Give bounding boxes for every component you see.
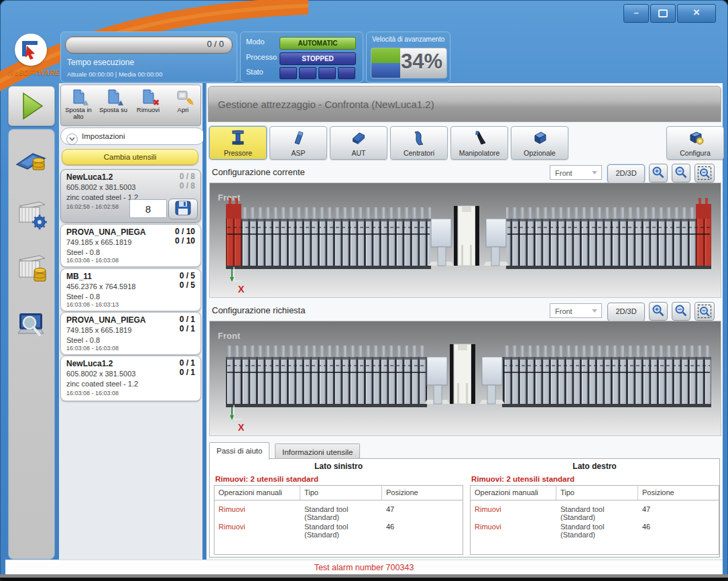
table-row: Rimuovi Standard tool (Standard) 47 — [215, 500, 463, 518]
job-card[interactable]: MB_11 0 / 5 0 / 5 456.2376 x 764.5918 St… — [60, 268, 201, 311]
required-zoom-fit-button[interactable] — [694, 302, 715, 321]
diagnostics-search-icon[interactable] — [13, 305, 50, 343]
close-button[interactable]: ✕ — [677, 4, 716, 23]
required-2d3d-toggle[interactable]: 2D/3D — [607, 303, 645, 321]
required-config-label: Configurazione richiesta — [212, 305, 305, 315]
modo-value-indicator: AUTOMATIC — [280, 37, 356, 50]
table-row: Rimuovi Standard tool (Standard) 46 — [215, 518, 463, 535]
stato-segment — [280, 67, 297, 79]
impostazioni-expander[interactable]: Impostazioni — [60, 127, 205, 145]
stato-label: Stato — [246, 68, 263, 80]
job-toolbar: ▲ Sposta in alto ▲ Sposta su ✖ Rimuovi — [60, 85, 201, 126]
main-content: Gestione attrezzaggio - Confronta (NewLu… — [206, 83, 723, 560]
move-up-icon: ▲ — [105, 88, 122, 105]
modo-label: Modo — [246, 38, 265, 50]
job-card[interactable]: NewLuca1.2 0 / 1 0 / 1 605.8002 x 381.50… — [60, 356, 201, 401]
current-2d3d-toggle[interactable]: 2D/3D — [607, 164, 645, 183]
stato-segment — [338, 67, 355, 79]
save-quantity-button[interactable] — [168, 199, 198, 219]
current-zoom-out-button[interactable] — [672, 164, 690, 182]
job-list-panel: ▲ Sposta in alto ▲ Sposta su ✖ Rimuovi — [59, 83, 202, 560]
required-zoom-in-button[interactable] — [649, 302, 668, 321]
chevron-down-icon — [592, 171, 597, 174]
velocita-value: 34% — [401, 50, 442, 74]
left-side-title: Lato sinistro — [214, 462, 463, 471]
right-steps-table: Operazioni manuali Tipo Posizione Rimuov… — [470, 485, 719, 555]
quantity-input[interactable] — [129, 199, 167, 218]
current-config-viewport[interactable]: Front — [209, 182, 721, 298]
tab-informazioni-utensile[interactable]: Informazioni utensile — [275, 443, 360, 460]
bottom-edge — [0, 578, 728, 581]
apri-button[interactable]: ✎ Apri — [166, 85, 200, 125]
feed-speed-panel: Velocità di avanzamento 34% — [366, 32, 450, 83]
alarm-status-bar: Test alarm number 700343 — [5, 560, 723, 575]
tempo-label: Tempo esecuzione — [67, 58, 134, 67]
tab-asp[interactable]: ASP — [269, 126, 327, 160]
page-title: Gestione attrezzaggio - Confronta (NewLu… — [208, 86, 721, 122]
start-button[interactable] — [8, 86, 55, 126]
zoom-in-icon — [652, 166, 665, 179]
zoom-fit-icon — [697, 166, 712, 180]
stato-segment — [299, 67, 316, 79]
processo-label: Processo — [246, 53, 277, 65]
table-row: Rimuovi Standard tool (Standard) 46 — [471, 518, 719, 535]
zoom-in-icon — [652, 304, 665, 317]
tab-centratori[interactable]: Centratori — [390, 126, 448, 160]
current-zoom-in-button[interactable] — [649, 164, 668, 182]
opzionale-icon — [511, 129, 568, 146]
velocita-label: Velocità di avanzamento — [372, 36, 444, 43]
open-icon: ✎ — [174, 88, 192, 105]
stato-segments — [280, 67, 357, 82]
sposta-su-button[interactable]: ▲ Sposta su — [97, 85, 130, 125]
axis-x-label: X — [238, 422, 245, 433]
centratori-icon — [391, 129, 447, 146]
left-steps-table: Operazioni manuali Tipo Posizione Rimuov… — [214, 485, 463, 555]
job-card[interactable]: PROVA_UNA_PIEGA 0 / 10 0 / 10 749.185 x … — [60, 224, 201, 267]
machine-state-panel: Modo AUTOMATIC Processo STOPPED Stato — [240, 32, 363, 83]
job-card-selected[interactable]: NewLuca1.2 0 / 8 0 / 8 605.8002 x 381.50… — [60, 169, 201, 223]
right-side-summary: Rimuovi: 2 utensili standard — [471, 475, 719, 483]
required-view-select[interactable]: Front — [550, 303, 602, 318]
chevron-down-icon — [66, 134, 78, 145]
velocita-fill — [371, 48, 400, 78]
app-window: – ✕ fkeSOFTWARE 0 / 0 Tempo esecuzione A… — [0, 0, 728, 581]
zoom-fit-icon — [697, 304, 712, 319]
maximize-button[interactable] — [650, 4, 676, 23]
cambia-utensili-button[interactable]: Cambia utensili — [62, 149, 198, 165]
tab-opzionale[interactable]: Opzionale — [511, 126, 568, 160]
configura-icon — [667, 129, 723, 146]
tab-pressore[interactable]: Pressore — [209, 126, 267, 160]
table-row: Rimuovi Standard tool (Standard) 47 — [471, 500, 719, 518]
remove-icon: ✖ — [139, 88, 157, 105]
table-header: Operazioni manuali Tipo Posizione — [215, 486, 463, 500]
help-steps-panel: Lato sinistro Rimuovi: 2 utensili standa… — [209, 458, 720, 558]
left-side-section: Lato sinistro Rimuovi: 2 utensili standa… — [214, 462, 463, 555]
tab-passi-di-aiuto[interactable]: Passi di aiuto — [209, 442, 269, 460]
current-view-select[interactable]: Front — [550, 165, 602, 180]
manipolatore-icon — [451, 129, 507, 146]
rimuovi-button[interactable]: ✖ Rimuovi — [131, 85, 165, 125]
current-zoom-fit-button[interactable] — [694, 164, 715, 182]
minimize-button[interactable]: – — [623, 4, 649, 23]
progress-count: 0 / 0 — [207, 39, 224, 49]
configura-button[interactable]: Configura — [666, 126, 724, 160]
tool-rack-gear-icon[interactable] — [13, 195, 50, 233]
tool-tray-database-icon[interactable] — [13, 140, 50, 178]
tab-manipolatore[interactable]: Manipolatore — [450, 126, 508, 160]
move-top-icon: ▲ — [70, 88, 87, 105]
right-side-title: Lato destro — [470, 462, 719, 471]
required-config-viewport[interactable]: Front — [209, 321, 721, 436]
tempo-detail: Attuale 00:00:00 | Media 00:00:00 — [67, 70, 162, 78]
axis-x-label: X — [238, 284, 245, 295]
asp-icon — [270, 129, 326, 146]
job-card[interactable]: PROVA_UNA_PIEGA 0 / 1 0 / 1 749.185 x 66… — [60, 312, 201, 355]
processo-value-indicator: STOPPED — [280, 52, 356, 65]
zoom-out-icon — [674, 304, 688, 317]
tool-rack-database-icon[interactable] — [13, 250, 50, 288]
sposta-in-alto-button[interactable]: ▲ Sposta in alto — [62, 85, 95, 125]
stato-segment — [318, 67, 336, 79]
tab-aut[interactable]: AUT — [330, 126, 387, 160]
velocita-gauge: 34% — [371, 48, 447, 78]
zoom-out-icon — [674, 166, 688, 179]
required-zoom-out-button[interactable] — [672, 302, 690, 321]
